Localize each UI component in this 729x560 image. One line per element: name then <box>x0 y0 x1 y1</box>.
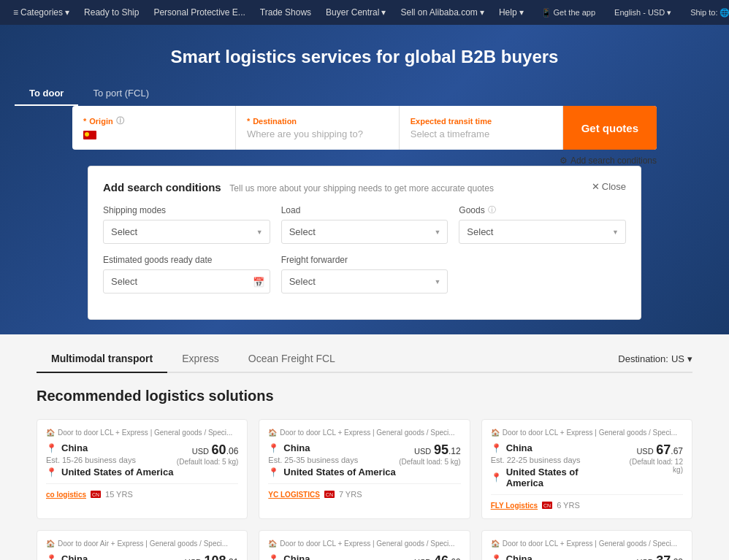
card-route: 📍 China Est. 15-26 business days 📍 Unite… <box>46 442 238 477</box>
hero-title: Smart logistics services for global B2B … <box>15 47 714 67</box>
nav-personal-protective[interactable]: Personal Protective E... <box>148 7 251 18</box>
goods-label: Goods ⓘ <box>459 204 626 215</box>
destination-icon: 📍 <box>46 467 57 477</box>
card-footer: YC LOGISTICS CN 7 YRS <box>268 483 460 499</box>
route-info: 📍 China Est. 15-26 business days 📍 Unite… <box>46 442 173 477</box>
card-route: 📍 China Est. 25-35 business days 📍 Unite… <box>268 442 460 477</box>
origin-label: * Origin ⓘ <box>83 115 224 126</box>
provider-logo[interactable]: FLY Logistics <box>491 502 538 510</box>
freight-forwarder-select[interactable]: Select <box>281 269 449 294</box>
card-footer: FLY Logistics CN 6 YRS <box>491 494 683 510</box>
location-icon: 📍 <box>491 554 502 561</box>
provider-logo[interactable]: YC LOGISTICS <box>268 491 320 499</box>
tab-to-port[interactable]: To port (FCL) <box>78 82 164 106</box>
nav-language[interactable]: English - USD ▾ <box>608 8 677 18</box>
cn-badge: CN <box>91 491 101 498</box>
destination-field[interactable]: * Destination <box>236 106 400 150</box>
price-section: USD 60.06 (Default load: 5 kg) <box>177 442 239 466</box>
price-section: USD 108.31 (Default load: 5 kg) <box>177 553 239 560</box>
card-tags: 🏠 Door to door LCL + Express | General g… <box>268 429 460 437</box>
price-section: USD 46.69 (Default load: 5 kg) <box>399 553 461 560</box>
tab-to-door[interactable]: To door <box>15 82 78 106</box>
route-to: 📍 United States of America <box>491 467 618 488</box>
ready-date-select[interactable]: Select <box>103 269 270 294</box>
logistics-card[interactable]: 🏠 Door to door LCL + Express | General g… <box>37 419 248 519</box>
conditions-row-2: Estimated goods ready date Select Freigh… <box>103 255 626 294</box>
chevron-down-icon: ▾ <box>480 7 484 18</box>
transit-label: Expected transit time <box>411 117 551 126</box>
route-from: 📍 China <box>268 553 395 560</box>
tab-multimodal[interactable]: Multimodal transport <box>37 345 167 373</box>
add-search-conditions-link[interactable]: ⚙ Add search conditions <box>560 156 657 166</box>
route-info: 📍 China Est. 7-9 business days 📍 United … <box>46 553 173 560</box>
load-label: Load <box>281 205 449 215</box>
close-icon: ✕ <box>592 181 600 192</box>
phone-icon: 📱 <box>541 8 551 18</box>
cn-badge: CN <box>542 502 552 509</box>
get-quotes-button[interactable]: Get quotes <box>563 106 657 150</box>
nav-categories[interactable]: ≡ Categories ▾ <box>7 7 75 18</box>
nav-sell[interactable]: Sell on Alibaba.com ▾ <box>394 7 489 18</box>
location-icon: 📍 <box>491 443 502 453</box>
route-info: 📍 China Est. 25-35 business days 📍 Unite… <box>268 442 395 477</box>
route-info: 📍 China Est. 25-40 business days 📍 Unite… <box>268 553 395 560</box>
transit-time-field[interactable]: Expected transit time <box>400 106 563 150</box>
route-info: 📍 China Est. 25-40 business days 📍 Unite… <box>491 553 618 560</box>
route-info: 📍 China Est. 22-25 business days 📍 Unite… <box>491 442 618 488</box>
provider-logo[interactable]: co logistics <box>46 491 86 499</box>
card-route: 📍 China Est. 7-9 business days 📍 United … <box>46 553 238 560</box>
nav-ready-to-ship[interactable]: Ready to Ship <box>78 7 145 18</box>
chevron-down-icon: ▾ <box>687 353 692 364</box>
nav-trade-shows[interactable]: Trade Shows <box>254 7 317 18</box>
destination-input[interactable] <box>247 129 388 139</box>
route-from: 📍 China <box>46 442 173 453</box>
goods-field: Goods ⓘ Select <box>459 204 626 244</box>
goods-info-icon: ⓘ <box>488 204 496 215</box>
section-title: Recommended logistics solutions <box>37 388 692 404</box>
load-select[interactable]: Select <box>281 220 449 244</box>
card-tags: 🏠 Door to door LCL + Express | General g… <box>268 540 460 548</box>
door-icon: 🏠 <box>46 429 55 437</box>
nav-ship-to[interactable]: Ship to: 🌐 ▾ <box>684 8 729 18</box>
price-section: USD 37.38 (Default load: 5 kg) <box>622 553 684 560</box>
price-section: USD 95.12 (Default load: 5 kg) <box>399 442 461 466</box>
card-tags: 🏠 Door to door LCL + Express | General g… <box>46 429 238 437</box>
transit-input[interactable] <box>411 129 551 139</box>
close-conditions-button[interactable]: ✕ Close <box>592 181 626 192</box>
logistics-card[interactable]: 🏠 Door to door LCL + Express | General g… <box>259 419 470 519</box>
destination-filter[interactable]: Destination: US ▾ <box>618 353 692 364</box>
tab-express[interactable]: Express <box>167 345 234 373</box>
hero-section: Smart logistics services for global B2B … <box>0 25 729 334</box>
goods-select[interactable]: Select <box>459 220 626 244</box>
logistics-card[interactable]: 🏠 Door to door LCL + Express | General g… <box>481 419 692 519</box>
card-tags: 🏠 Door to door LCL + Express | General g… <box>491 540 683 548</box>
route-from: 📍 China <box>268 442 395 453</box>
logistics-card[interactable]: 🏠 Door to door LCL + Express | General g… <box>481 530 692 560</box>
freight-forwarder-label: Freight forwarder <box>281 255 449 265</box>
door-icon: 🏠 <box>268 540 277 548</box>
location-icon: 📍 <box>46 443 57 453</box>
route-from: 📍 China <box>46 553 173 560</box>
filter-icon: ⚙ <box>560 156 568 166</box>
chevron-down-icon: ▾ <box>65 7 69 18</box>
shipping-modes-label: Shipping modes <box>103 205 270 215</box>
shipping-modes-select[interactable]: Select <box>103 220 270 244</box>
nav-get-app[interactable]: 📱 Get the app <box>535 8 602 18</box>
logistics-card[interactable]: 🏠 Door to door Air + Express | General g… <box>37 530 248 560</box>
origin-value: China <box>83 129 224 140</box>
chevron-down-icon: ▾ <box>381 7 386 18</box>
card-route: 📍 China Est. 22-25 business days 📍 Unite… <box>491 442 683 488</box>
card-tags: 🏠 Door to door Air + Express | General g… <box>46 540 238 548</box>
nav-help[interactable]: Help ▾ <box>493 7 530 18</box>
hero-tabs: To door To port (FCL) <box>15 82 714 106</box>
tab-ocean-freight[interactable]: Ocean Freight FCL <box>234 345 350 373</box>
transport-tabs: Multimodal transport Express Ocean Freig… <box>37 345 692 373</box>
conditions-row-1: Shipping modes Select Load Select <box>103 204 626 244</box>
card-route: 📍 China Est. 25-40 business days 📍 Unite… <box>491 553 683 560</box>
route-to: 📍 United States of America <box>46 467 173 477</box>
logistics-card[interactable]: 🏠 Door to door LCL + Express | General g… <box>259 530 470 560</box>
nav-buyer-central[interactable]: Buyer Central ▾ <box>320 7 392 18</box>
price-section: USD 67.67 (Default load: 12 kg) <box>617 442 683 474</box>
ready-date-label: Estimated goods ready date <box>103 255 270 265</box>
destination-icon: 📍 <box>268 467 279 477</box>
